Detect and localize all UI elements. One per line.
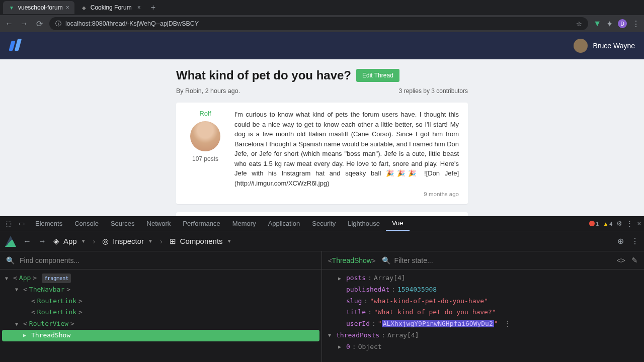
components-selector[interactable]: ⊞ Components ▼	[170, 237, 232, 246]
edit-thread-button[interactable]: Edit Thread	[356, 69, 399, 82]
inspect-element-icon[interactable]: ⬚	[3, 218, 14, 229]
tab-console[interactable]: Console	[68, 216, 105, 231]
chevron-down-icon: ▼	[81, 238, 86, 244]
post-card: Stanley Ipkiss I have a Jack Russel Terr…	[176, 212, 468, 216]
tab-security[interactable]: Security	[306, 216, 342, 231]
url-text: localhost:8080/thread/-KsjWehQ--apjDBwSB…	[65, 20, 199, 27]
app-selector[interactable]: ◈ App ▼	[53, 237, 86, 246]
profile-button[interactable]: D	[618, 19, 627, 28]
component-search[interactable]: 🔍 Find components...	[0, 251, 321, 269]
more-icon[interactable]: ⋮	[504, 318, 511, 330]
tree-node[interactable]: <RouterLink>	[5, 296, 316, 307]
close-icon[interactable]: ×	[66, 4, 69, 11]
state-row[interactable]: ▼ threadPosts: Array[4]	[328, 330, 638, 341]
collapse-icon[interactable]: ▼	[15, 285, 21, 294]
url-input[interactable]: ⓘ localhost:8080/thread/-KsjWehQ--apjDBw…	[49, 17, 588, 30]
post-author[interactable]: Rolf	[185, 110, 225, 117]
tree-icon: ⊞	[170, 237, 176, 246]
locate-icon[interactable]: ⊕	[617, 236, 624, 246]
vue-logo-icon	[5, 236, 16, 247]
target-icon: ◎	[102, 237, 109, 246]
open-in-editor-icon[interactable]: <>	[616, 256, 625, 265]
search-icon: 🔍	[382, 256, 390, 264]
state-row[interactable]: userId: "ALXhxjwgY9PinwNGHpfai6OWyDu2" ⋮	[328, 318, 638, 330]
post-count: 107 posts	[185, 155, 225, 162]
close-icon[interactable]: ×	[637, 220, 641, 227]
collapse-icon[interactable]: ▼	[5, 274, 11, 283]
star-icon[interactable]: ☆	[576, 20, 582, 28]
menu-icon[interactable]: ⋮	[632, 19, 640, 29]
browser-chrome: ▼ vueschool-forum × ◆ Cooking Forum × + …	[0, 0, 644, 32]
favicon-icon: ◆	[80, 4, 88, 11]
post-time: 9 months ago	[234, 191, 459, 197]
thread-title: What kind of pet do you have?	[176, 68, 351, 82]
tab-lighthouse[interactable]: Lighthouse	[342, 216, 386, 231]
post-body: I'm curious to know what kind of pets th…	[234, 110, 459, 188]
back-button[interactable]: ←	[23, 237, 31, 246]
devtools-tabs: ⬚ ▭ Elements Console Sources Network Per…	[0, 216, 644, 231]
forward-button[interactable]: →	[38, 237, 46, 246]
layers-icon: ◈	[53, 237, 59, 246]
inspector-selector[interactable]: ◎ Inspector ▼	[102, 237, 153, 246]
vue-extension-icon[interactable]: ▼	[593, 19, 601, 28]
tree-node[interactable]: ▼ <TheNavbar>	[5, 284, 316, 296]
tab-title: Cooking Forum	[91, 4, 132, 11]
error-count[interactable]: 1	[589, 221, 599, 227]
tab-elements[interactable]: Elements	[29, 216, 68, 231]
menu-icon[interactable]: ⋮	[631, 236, 639, 246]
tab-performance[interactable]: Performance	[177, 216, 226, 231]
tree-node[interactable]: ▼ <App> fragment	[5, 273, 316, 284]
logo-icon[interactable]	[9, 39, 23, 53]
avatar	[190, 121, 220, 151]
browser-tab[interactable]: ◆ Cooking Forum ×	[75, 1, 146, 14]
devtools: ⬚ ▭ Elements Console Sources Network Per…	[0, 216, 644, 362]
state-row[interactable]: slug: "what-kind-of-pet-do-you-have"	[328, 296, 638, 307]
state-panel: <ThreadShow> 🔍 Filter state... <> ✎ ▶ po…	[322, 251, 644, 362]
warning-count[interactable]: ▲4	[603, 221, 612, 227]
tree-node-selected[interactable]: ▶ ThreadShow	[2, 330, 319, 341]
collapse-icon[interactable]: ▼	[15, 320, 21, 329]
tab-vue[interactable]: Vue	[386, 216, 410, 231]
vue-toolbar: ← → ◈ App ▼ › ◎ Inspector ▼ › ⊞ Componen…	[0, 231, 644, 251]
settings-icon[interactable]: ⚙	[616, 220, 622, 227]
browser-tab-active[interactable]: ▼ vueschool-forum ×	[3, 1, 74, 14]
fragment-badge: fragment	[42, 274, 71, 284]
edit-icon[interactable]: ✎	[631, 256, 638, 265]
reload-button[interactable]: ⟳	[34, 19, 44, 29]
user-name: Bruce Wayne	[593, 42, 635, 50]
state-component-name: <ThreadShow>	[328, 256, 376, 264]
toolbar-right: ▼ ✦ D ⋮	[593, 19, 640, 29]
device-toolbar-icon[interactable]: ▭	[16, 218, 27, 229]
new-tab-button[interactable]: +	[147, 3, 159, 12]
address-bar: ← → ⟳ ⓘ localhost:8080/thread/-KsjWehQ--…	[0, 15, 644, 32]
chevron-down-icon: ▼	[148, 238, 153, 244]
chevron-right-icon: ›	[93, 237, 96, 245]
tree-node[interactable]: ▼ <RouterView>	[5, 318, 316, 330]
state-row[interactable]: ▶ posts: Array[4]	[328, 273, 638, 284]
user-menu[interactable]: Bruce Wayne	[574, 39, 635, 53]
thread-byline: By Robin, 2 hours ago.	[176, 87, 240, 95]
state-row[interactable]: ▶ 0: Object	[328, 341, 638, 353]
state-search[interactable]: 🔍 Filter state...	[382, 256, 611, 264]
chevron-down-icon: ▼	[227, 238, 232, 244]
tab-bar: ▼ vueschool-forum × ◆ Cooking Forum × +	[0, 0, 644, 15]
tab-memory[interactable]: Memory	[226, 216, 262, 231]
tab-network[interactable]: Network	[141, 216, 177, 231]
component-tree-panel: 🔍 Find components... ▼ <App> fragment ▼ …	[0, 251, 322, 362]
menu-icon[interactable]: ⋮	[626, 220, 633, 227]
expand-icon[interactable]: ▶	[23, 331, 29, 340]
app-viewport: Bruce Wayne What kind of pet do you have…	[0, 32, 644, 216]
tab-sources[interactable]: Sources	[105, 216, 141, 231]
state-row[interactable]: title: "What kind of pet do you have?"	[328, 307, 638, 318]
component-tree: ▼ <App> fragment ▼ <TheNavbar> <RouterLi…	[0, 269, 321, 344]
state-tree: ▶ posts: Array[4] publishedAt: 159403590…	[322, 269, 644, 355]
close-icon[interactable]: ×	[137, 4, 141, 11]
post-card: Rolf 107 posts I'm curious to know what …	[176, 103, 468, 204]
state-row[interactable]: publishedAt: 1594035908	[328, 284, 638, 296]
forward-button[interactable]: →	[19, 19, 29, 28]
search-icon: 🔍	[6, 256, 15, 264]
back-button[interactable]: ←	[4, 19, 14, 28]
extensions-icon[interactable]: ✦	[606, 19, 613, 29]
tree-node[interactable]: <RouterLink>	[5, 307, 316, 318]
tab-application[interactable]: Application	[262, 216, 306, 231]
